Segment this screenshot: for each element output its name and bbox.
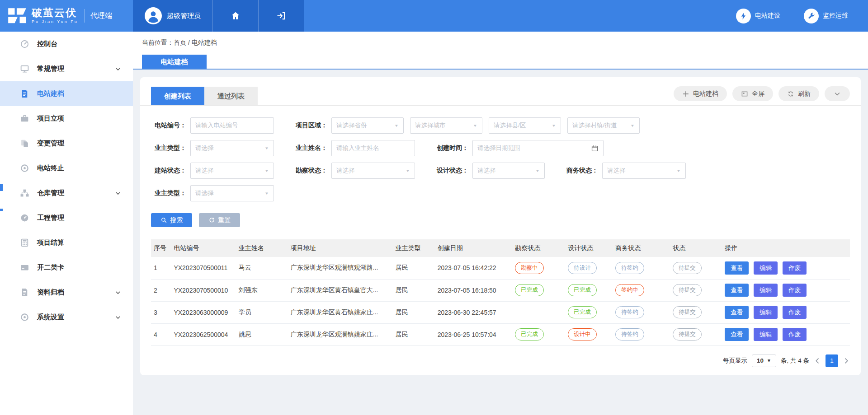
- brand-subtitle: Po Jian Yun Fu: [32, 20, 78, 24]
- row-action-button[interactable]: 编辑: [754, 328, 778, 341]
- pagination: 每页显示 10 ▼ 条, 共 4 条 1: [151, 354, 850, 367]
- file-icon: [20, 288, 29, 297]
- filter-label: 建站状态：: [151, 167, 186, 175]
- sidebar-item[interactable]: 电站终止: [0, 156, 133, 181]
- chevron-down-icon: ▼: [676, 169, 681, 173]
- created-date: 2023-06-30 22:45:57: [435, 301, 513, 323]
- logo-divider: [85, 9, 85, 23]
- content-card: 创建列表通过列表 电站建档全屏刷新 电站编号：请输入电站编号项目区域：请选择省份…: [140, 77, 861, 375]
- column-header: 业主类型: [393, 239, 435, 257]
- row-action-button[interactable]: 作废: [783, 306, 807, 319]
- status-badge: 待设计: [568, 262, 597, 274]
- logout-button[interactable]: [259, 0, 304, 32]
- filter-input[interactable]: 请输入电站编号: [190, 117, 274, 134]
- sidebar-item[interactable]: 开二类卡: [0, 255, 133, 280]
- wrench-icon: [804, 9, 819, 23]
- fullscreen-icon: [741, 90, 748, 98]
- filter-select[interactable]: 请选择▼: [602, 163, 686, 179]
- prev-page-button[interactable]: [814, 357, 821, 364]
- sidebar-item[interactable]: 控制台: [0, 32, 133, 56]
- list-tab[interactable]: 通过列表: [204, 87, 258, 105]
- status-badge: 待签约: [615, 328, 644, 340]
- next-page-button[interactable]: [843, 357, 850, 364]
- toolbar-button[interactable]: 电站建档: [674, 86, 727, 101]
- owner-name: 姚思: [236, 323, 288, 345]
- home-button[interactable]: [213, 0, 259, 32]
- sidebar-item[interactable]: 变更管理: [0, 131, 133, 156]
- row-action-button[interactable]: 编辑: [754, 284, 778, 297]
- card-icon: [20, 263, 29, 272]
- station-code: YX2023070500011: [171, 257, 236, 279]
- column-header: 勘察状态: [512, 239, 565, 257]
- owner-name: 刘强东: [236, 279, 288, 301]
- status-badge: 设计中: [568, 328, 597, 340]
- total-label: 条, 共 4 条: [781, 357, 809, 365]
- user-menu[interactable]: 超级管理员: [133, 0, 213, 32]
- briefcase-icon: [20, 114, 29, 123]
- chevron-down-icon: ▼: [552, 124, 556, 128]
- row-action-button[interactable]: 查看: [725, 261, 749, 275]
- user-name: 超级管理员: [167, 12, 201, 20]
- calendar-icon: [591, 145, 599, 152]
- row-action-button[interactable]: 查看: [725, 328, 749, 341]
- chevron-down-icon: [115, 190, 121, 196]
- filter-label: 创建时间：: [433, 144, 468, 152]
- row-action-button[interactable]: 作废: [783, 284, 807, 297]
- sidebar-item[interactable]: 电站建档: [0, 81, 133, 106]
- sidebar-item[interactable]: 系统设置: [0, 305, 133, 330]
- row-action-button[interactable]: 编辑: [754, 306, 778, 319]
- filter-select[interactable]: 请选择▼: [190, 185, 274, 201]
- filter-select[interactable]: 请选择▼: [190, 140, 274, 156]
- date-range-input[interactable]: 请选择日期范围: [472, 140, 604, 156]
- filter-select[interactable]: 请选择城市▼: [410, 117, 482, 134]
- reset-button[interactable]: 重置: [199, 213, 240, 227]
- filter-select[interactable]: 请选择省份▼: [331, 117, 404, 134]
- header-nav-plant-build[interactable]: 电站建设: [736, 9, 780, 23]
- search-button[interactable]: 搜索: [151, 213, 192, 227]
- chevron-down-icon: ▼: [264, 191, 269, 196]
- filter-select[interactable]: 请选择县/区▼: [489, 117, 561, 134]
- filter-input[interactable]: 请输入业主姓名: [331, 140, 415, 156]
- status-badge: 已完成: [568, 284, 597, 296]
- chevron-down-icon: ▼: [406, 169, 410, 173]
- collapse-button[interactable]: [825, 86, 850, 101]
- sidebar-item[interactable]: 常规管理: [0, 56, 133, 81]
- toolbar-button[interactable]: 全屏: [732, 86, 773, 101]
- row-action-button[interactable]: 查看: [725, 284, 749, 297]
- sidebar-item[interactable]: 仓库管理: [0, 181, 133, 205]
- logout-icon: [276, 11, 286, 21]
- sidebar-item[interactable]: 工程管理: [0, 205, 133, 230]
- row-action-button[interactable]: 编辑: [754, 261, 778, 275]
- filter-label: 电站编号：: [151, 121, 186, 130]
- column-header: 业主姓名: [236, 239, 288, 257]
- status-badge: 勘察中: [515, 262, 544, 274]
- column-header: 操作: [722, 239, 850, 257]
- filter-select[interactable]: 请选择▼: [331, 163, 415, 179]
- sidebar-item[interactable]: 项目结算: [0, 230, 133, 255]
- row-action-button[interactable]: 查看: [725, 306, 749, 319]
- project-address: 广东深圳龙华区黄石镇姚家庄...: [288, 301, 393, 323]
- list-tab[interactable]: 创建列表: [151, 87, 204, 105]
- per-page-select[interactable]: 10 ▼: [752, 354, 776, 367]
- sidebar-scroll-indicator[interactable]: [0, 209, 3, 211]
- chevron-down-icon: ▼: [264, 146, 269, 150]
- breadcrumb-path[interactable]: 首页 / 电站建档: [174, 39, 217, 46]
- filter-select[interactable]: 请选择▼: [472, 163, 545, 179]
- settings-icon: [20, 312, 29, 322]
- chevron-down-icon: [115, 289, 121, 296]
- sidebar-item[interactable]: 项目立项: [0, 106, 133, 131]
- page-tab[interactable]: 电站建档: [142, 55, 207, 69]
- filter-label: 商务状态：: [563, 167, 598, 175]
- sidebar-item[interactable]: 资料归档: [0, 280, 133, 305]
- station-code: YX2023070500010: [171, 279, 236, 301]
- filter-select[interactable]: 请选择▼: [190, 163, 274, 179]
- header-nav-monitor-ops[interactable]: 监控运维: [804, 9, 848, 23]
- chevron-down-icon: ▼: [535, 169, 540, 173]
- row-action-button[interactable]: 作废: [783, 261, 807, 275]
- filter-select[interactable]: 请选择村镇/街道▼: [567, 117, 640, 134]
- status-badge: 待签约: [615, 262, 644, 274]
- sidebar-scroll-indicator[interactable]: [0, 184, 3, 191]
- row-action-button[interactable]: 作废: [783, 328, 807, 341]
- toolbar-button[interactable]: 刷新: [778, 86, 819, 101]
- page-number[interactable]: 1: [826, 354, 838, 367]
